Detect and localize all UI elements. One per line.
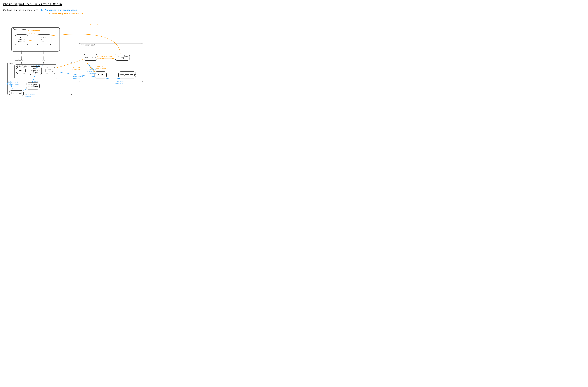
- label-requests-sign: 6. Requests to sign: [30, 64, 43, 68]
- label-takes-signed: I. Takes signed data: [71, 67, 83, 71]
- label-commits: IV. Commits transaction: [89, 24, 111, 26]
- derive-accounts-box: derive_accounts.js: [118, 71, 136, 79]
- label-puts-signed: II. Puts signed data: [95, 65, 107, 69]
- label-transfers: V. Transfers some assets: [27, 30, 42, 34]
- smart-contract-box: SmartContract: [45, 67, 56, 74]
- label-relays: III. Relays signed transaction: [97, 56, 113, 60]
- label-controls-left: controls: [15, 59, 23, 61]
- virtual-chain-label: Virtual Chain: [16, 65, 29, 67]
- target-chain-rpc-box: Target chainRPC: [115, 54, 130, 61]
- near-label: Near: [9, 62, 13, 65]
- eoa-derived-box: EOADerivedAccount: [15, 34, 28, 45]
- label-controls-right: controls: [38, 59, 45, 61]
- label-prepares: 2. Prepares unsigned transaction: [83, 68, 99, 74]
- label-emits-event: 8. Emits event with signed data: [4, 81, 19, 85]
- offchain-label: Off-chain part: [81, 44, 95, 46]
- eoa-box: EOA: [16, 67, 26, 74]
- target-chain-label: Target Chain: [13, 28, 26, 30]
- intro-text: We have two main steps here: 1. Preparin…: [3, 8, 144, 16]
- cs-signer-sub-box: CS SignerSub-account: [26, 82, 40, 89]
- page-title: Chain Signatures On Virtual Chain: [3, 3, 144, 6]
- label-calls-smart: 4. Calls smart contract: [69, 75, 84, 79]
- label-derives: 1. Derives accounts: [111, 80, 127, 84]
- diagram: Target Chain EOADerivedAccount ContractD…: [3, 19, 145, 98]
- contract-derived-box: ContractDerivedAccount: [37, 34, 51, 45]
- send-tx-box: send_tx.js: [84, 54, 97, 61]
- label-calls-sign: 7. Calls 'sign' method: [19, 94, 37, 98]
